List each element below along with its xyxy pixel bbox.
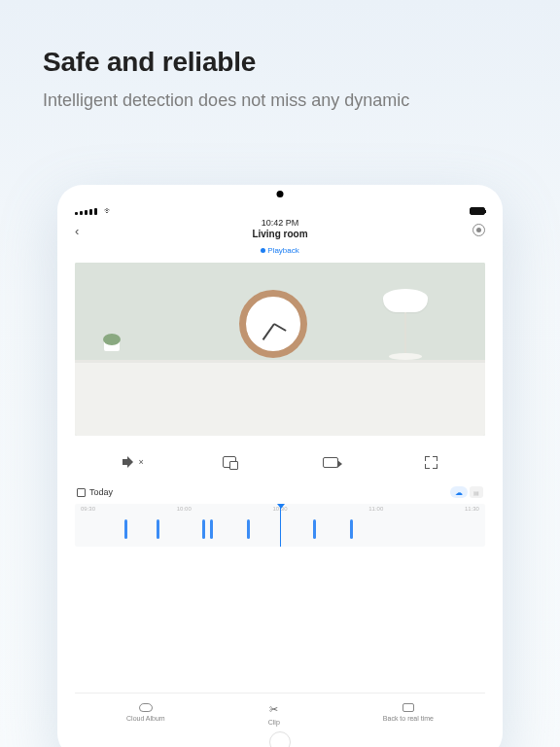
hero-title: Safe and reliable [43, 47, 517, 78]
mute-button[interactable]: × [119, 453, 140, 471]
hero-subtitle: Intelligent detection does not miss any … [43, 88, 517, 113]
status-bar: ᯤ [75, 206, 485, 216]
storage-toggle[interactable]: ☁ ▤ [450, 486, 483, 498]
timeline-header: Today ☁ ▤ [75, 486, 485, 498]
record-button[interactable] [320, 453, 341, 471]
playback-badge: Playback [261, 246, 298, 255]
day-label: Today [89, 487, 113, 497]
cloud-album-icon [139, 703, 153, 712]
plant-graphic [99, 339, 124, 363]
realtime-icon [402, 703, 414, 712]
lamp-graphic [383, 289, 428, 360]
timeline-event-mark[interactable] [313, 519, 316, 539]
wifi-icon: ᯤ [104, 206, 113, 216]
signal-icon [75, 208, 97, 215]
timeline-event-mark[interactable] [247, 519, 250, 539]
timeline-playhead[interactable] [280, 504, 281, 547]
clock-graphic [239, 290, 307, 358]
tablet-frame: ᯤ ‹ 10:42 PM Living room Playback × Toda… [57, 185, 503, 747]
timeline[interactable]: 09:30 10:00 10:30 11:00 11:30 [75, 504, 485, 547]
date-picker[interactable]: Today [77, 487, 113, 497]
timeline-event-mark[interactable] [350, 519, 353, 539]
cloud-storage-icon[interactable]: ☁ [450, 486, 468, 498]
clip-button[interactable]: ✂ Clip [268, 703, 280, 726]
timeline-event-mark[interactable] [157, 519, 159, 539]
fullscreen-button[interactable] [420, 453, 441, 471]
sd-storage-icon[interactable]: ▤ [470, 486, 483, 498]
cloud-album-button[interactable]: Cloud Album [126, 703, 165, 726]
back-button[interactable]: ‹ [75, 224, 79, 238]
timeline-event-mark[interactable] [124, 519, 127, 539]
hero: Safe and reliable Intelligent detection … [0, 0, 560, 136]
snapshot-button[interactable] [219, 453, 240, 471]
room-title: Living room [75, 229, 485, 239]
timeline-event-mark[interactable] [202, 519, 205, 539]
video-feed[interactable] [75, 263, 485, 436]
video-controls: × [75, 436, 485, 480]
home-button[interactable] [269, 731, 291, 747]
back-to-realtime-button[interactable]: Back to real time [383, 703, 434, 726]
title-bar: ‹ 10:42 PM Living room Playback [75, 218, 485, 257]
settings-button[interactable] [472, 224, 485, 236]
footer-bar: Cloud Album ✂ Clip Back to real time [75, 693, 485, 726]
battery-icon [470, 207, 485, 215]
scissors-icon: ✂ [269, 703, 278, 716]
calendar-icon [77, 488, 86, 497]
timeline-event-mark[interactable] [210, 519, 213, 539]
tablet-camera-dot [277, 191, 284, 197]
status-time: 10:42 PM [75, 218, 485, 228]
